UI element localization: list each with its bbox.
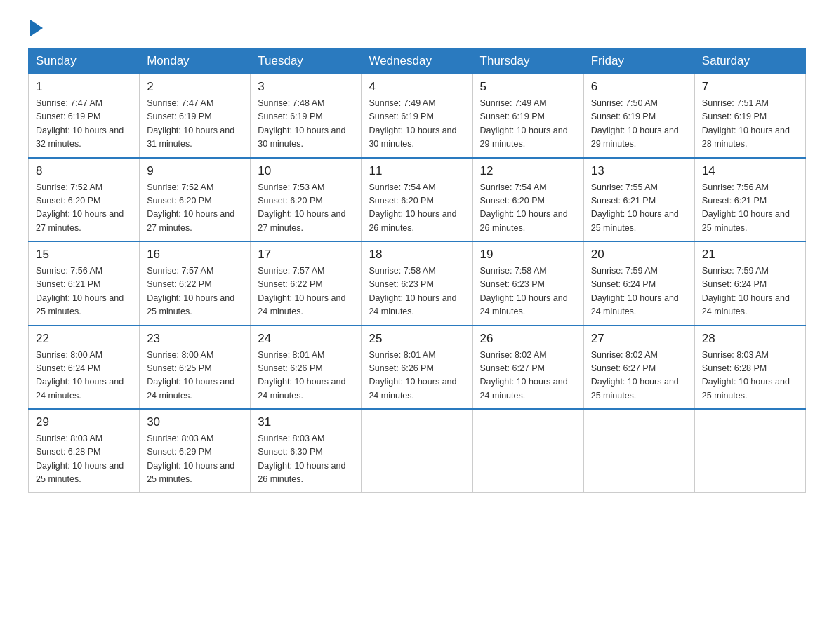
day-number: 11 [369, 164, 465, 178]
calendar-cell: 21 Sunrise: 7:59 AMSunset: 6:24 PMDaylig… [694, 241, 805, 326]
calendar-cell: 31 Sunrise: 8:03 AMSunset: 6:30 PMDaylig… [251, 409, 362, 492]
calendar-week-row: 15 Sunrise: 7:56 AMSunset: 6:21 PMDaylig… [29, 241, 806, 326]
day-info: Sunrise: 7:54 AMSunset: 6:20 PMDaylight:… [369, 182, 456, 233]
calendar-cell: 19 Sunrise: 7:58 AMSunset: 6:23 PMDaylig… [472, 241, 583, 326]
day-info: Sunrise: 7:50 AMSunset: 6:19 PMDaylight:… [591, 98, 679, 149]
weekday-header-saturday: Saturday [694, 48, 805, 74]
calendar-cell: 25 Sunrise: 8:01 AMSunset: 6:26 PMDaylig… [362, 326, 472, 410]
day-info: Sunrise: 8:03 AMSunset: 6:30 PMDaylight:… [258, 434, 345, 484]
day-info: Sunrise: 8:02 AMSunset: 6:27 PMDaylight:… [480, 350, 568, 401]
day-number: 12 [480, 164, 576, 178]
calendar-cell: 17 Sunrise: 7:57 AMSunset: 6:22 PMDaylig… [251, 241, 362, 326]
weekday-header-friday: Friday [583, 48, 694, 74]
calendar-cell: 14 Sunrise: 7:56 AMSunset: 6:21 PMDaylig… [694, 158, 805, 242]
day-number: 2 [147, 80, 243, 94]
day-number: 30 [147, 415, 243, 429]
day-number: 22 [36, 332, 132, 346]
page-header [28, 21, 806, 34]
calendar-cell: 23 Sunrise: 8:00 AMSunset: 6:25 PMDaylig… [140, 326, 251, 410]
calendar-cell: 9 Sunrise: 7:52 AMSunset: 6:20 PMDayligh… [140, 158, 251, 242]
day-info: Sunrise: 7:57 AMSunset: 6:22 PMDaylight:… [258, 266, 345, 316]
day-info: Sunrise: 7:47 AMSunset: 6:19 PMDaylight:… [147, 98, 234, 149]
day-info: Sunrise: 7:58 AMSunset: 6:23 PMDaylight:… [369, 266, 456, 316]
calendar-cell: 11 Sunrise: 7:54 AMSunset: 6:20 PMDaylig… [362, 158, 472, 242]
day-number: 28 [702, 332, 798, 346]
day-info: Sunrise: 7:58 AMSunset: 6:23 PMDaylight:… [480, 266, 568, 316]
day-number: 25 [369, 332, 465, 346]
calendar-cell: 27 Sunrise: 8:02 AMSunset: 6:27 PMDaylig… [583, 326, 694, 410]
day-info: Sunrise: 7:48 AMSunset: 6:19 PMDaylight:… [258, 98, 345, 149]
day-info: Sunrise: 8:03 AMSunset: 6:28 PMDaylight:… [36, 434, 124, 484]
calendar-cell: 8 Sunrise: 7:52 AMSunset: 6:20 PMDayligh… [29, 158, 140, 242]
day-number: 18 [369, 248, 465, 262]
day-info: Sunrise: 8:00 AMSunset: 6:25 PMDaylight:… [147, 350, 234, 401]
calendar-week-row: 29 Sunrise: 8:03 AMSunset: 6:28 PMDaylig… [29, 409, 806, 492]
day-info: Sunrise: 8:03 AMSunset: 6:29 PMDaylight:… [147, 434, 234, 484]
calendar-cell: 30 Sunrise: 8:03 AMSunset: 6:29 PMDaylig… [140, 409, 251, 492]
day-number: 14 [702, 164, 798, 178]
weekday-header-row: SundayMondayTuesdayWednesdayThursdayFrid… [29, 48, 806, 74]
day-info: Sunrise: 7:59 AMSunset: 6:24 PMDaylight:… [702, 266, 790, 316]
weekday-header-wednesday: Wednesday [362, 48, 472, 74]
calendar-cell: 1 Sunrise: 7:47 AMSunset: 6:19 PMDayligh… [29, 74, 140, 158]
day-info: Sunrise: 8:03 AMSunset: 6:28 PMDaylight:… [702, 350, 790, 401]
day-number: 3 [258, 80, 354, 94]
day-number: 21 [702, 248, 798, 262]
calendar-cell: 4 Sunrise: 7:49 AMSunset: 6:19 PMDayligh… [362, 74, 472, 158]
day-number: 16 [147, 248, 243, 262]
day-number: 6 [591, 80, 687, 94]
day-number: 8 [36, 164, 132, 178]
day-info: Sunrise: 7:55 AMSunset: 6:21 PMDaylight:… [591, 182, 679, 233]
weekday-header-monday: Monday [140, 48, 251, 74]
calendar-cell: 13 Sunrise: 7:55 AMSunset: 6:21 PMDaylig… [583, 158, 694, 242]
day-info: Sunrise: 7:49 AMSunset: 6:19 PMDaylight:… [480, 98, 568, 149]
day-info: Sunrise: 7:54 AMSunset: 6:20 PMDaylight:… [480, 182, 568, 233]
calendar-cell: 7 Sunrise: 7:51 AMSunset: 6:19 PMDayligh… [694, 74, 805, 158]
day-number: 15 [36, 248, 132, 262]
day-info: Sunrise: 8:02 AMSunset: 6:27 PMDaylight:… [591, 350, 679, 401]
day-number: 24 [258, 332, 354, 346]
day-number: 29 [36, 415, 132, 429]
calendar-cell: 3 Sunrise: 7:48 AMSunset: 6:19 PMDayligh… [251, 74, 362, 158]
day-info: Sunrise: 7:57 AMSunset: 6:22 PMDaylight:… [147, 266, 234, 316]
day-number: 1 [36, 80, 132, 94]
day-number: 19 [480, 248, 576, 262]
calendar-cell [583, 409, 694, 492]
calendar-cell: 12 Sunrise: 7:54 AMSunset: 6:20 PMDaylig… [472, 158, 583, 242]
day-info: Sunrise: 7:52 AMSunset: 6:20 PMDaylight:… [147, 182, 234, 233]
logo [28, 21, 43, 34]
calendar-cell: 26 Sunrise: 8:02 AMSunset: 6:27 PMDaylig… [472, 326, 583, 410]
calendar-cell: 6 Sunrise: 7:50 AMSunset: 6:19 PMDayligh… [583, 74, 694, 158]
day-number: 23 [147, 332, 243, 346]
day-info: Sunrise: 7:53 AMSunset: 6:20 PMDaylight:… [258, 182, 345, 233]
calendar-cell [472, 409, 583, 492]
day-info: Sunrise: 7:56 AMSunset: 6:21 PMDaylight:… [702, 182, 790, 233]
calendar-cell: 20 Sunrise: 7:59 AMSunset: 6:24 PMDaylig… [583, 241, 694, 326]
calendar-cell: 15 Sunrise: 7:56 AMSunset: 6:21 PMDaylig… [29, 241, 140, 326]
calendar-cell: 28 Sunrise: 8:03 AMSunset: 6:28 PMDaylig… [694, 326, 805, 410]
day-number: 31 [258, 415, 354, 429]
day-info: Sunrise: 7:52 AMSunset: 6:20 PMDaylight:… [36, 182, 124, 233]
day-number: 26 [480, 332, 576, 346]
calendar-cell: 24 Sunrise: 8:01 AMSunset: 6:26 PMDaylig… [251, 326, 362, 410]
day-number: 13 [591, 164, 687, 178]
day-number: 27 [591, 332, 687, 346]
weekday-header-tuesday: Tuesday [251, 48, 362, 74]
logo-triangle-icon [30, 20, 43, 36]
calendar-table: SundayMondayTuesdayWednesdayThursdayFrid… [28, 48, 806, 493]
calendar-week-row: 22 Sunrise: 8:00 AMSunset: 6:24 PMDaylig… [29, 326, 806, 410]
day-info: Sunrise: 7:59 AMSunset: 6:24 PMDaylight:… [591, 266, 679, 316]
day-info: Sunrise: 8:01 AMSunset: 6:26 PMDaylight:… [258, 350, 345, 401]
day-info: Sunrise: 7:47 AMSunset: 6:19 PMDaylight:… [36, 98, 124, 149]
calendar-cell: 10 Sunrise: 7:53 AMSunset: 6:20 PMDaylig… [251, 158, 362, 242]
day-number: 20 [591, 248, 687, 262]
calendar-cell: 2 Sunrise: 7:47 AMSunset: 6:19 PMDayligh… [140, 74, 251, 158]
calendar-cell [694, 409, 805, 492]
day-number: 5 [480, 80, 576, 94]
day-info: Sunrise: 8:00 AMSunset: 6:24 PMDaylight:… [36, 350, 124, 401]
day-info: Sunrise: 8:01 AMSunset: 6:26 PMDaylight:… [369, 350, 456, 401]
day-info: Sunrise: 7:51 AMSunset: 6:19 PMDaylight:… [702, 98, 790, 149]
weekday-header-thursday: Thursday [472, 48, 583, 74]
day-number: 10 [258, 164, 354, 178]
calendar-cell: 16 Sunrise: 7:57 AMSunset: 6:22 PMDaylig… [140, 241, 251, 326]
